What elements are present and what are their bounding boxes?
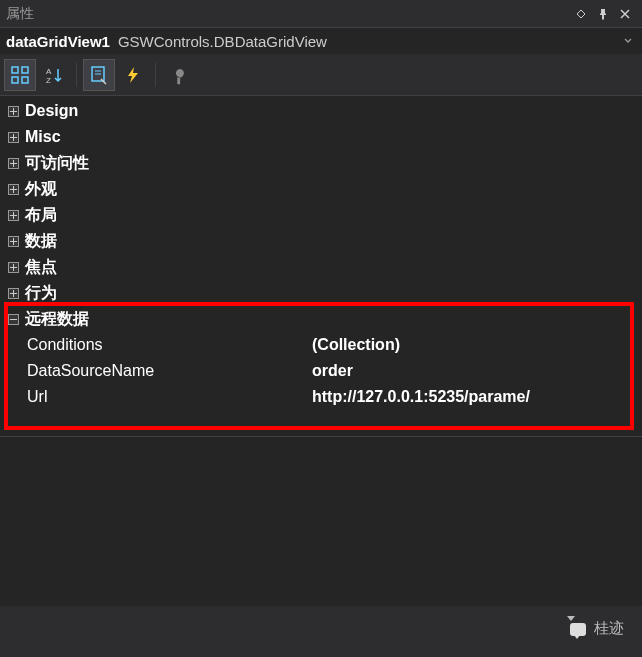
category-focus[interactable]: 焦点 <box>0 254 642 280</box>
toolbar-separator <box>76 63 77 87</box>
category-label: 布局 <box>25 205 57 226</box>
category-data[interactable]: 数据 <box>0 228 642 254</box>
toolbar-separator <box>155 63 156 87</box>
svg-rect-0 <box>12 67 18 73</box>
panel-title: 属性 <box>6 5 570 23</box>
svg-text:Z: Z <box>46 76 51 85</box>
property-row-datasourcename[interactable]: DataSourceName order <box>0 358 642 384</box>
expand-icon[interactable] <box>8 184 19 195</box>
chevron-down-icon[interactable] <box>620 38 636 44</box>
property-name: Url <box>27 388 312 406</box>
category-behavior[interactable]: 行为 <box>0 280 642 306</box>
category-label: Misc <box>25 128 61 146</box>
expand-icon[interactable] <box>8 262 19 273</box>
properties-button[interactable] <box>83 59 115 91</box>
property-row-conditions[interactable]: Conditions (Collection) <box>0 332 642 358</box>
property-name: Conditions <box>27 336 312 354</box>
watermark: 桂迹 <box>562 617 624 639</box>
property-value[interactable]: http://127.0.0.1:5235/parame/ <box>312 388 642 406</box>
description-pane <box>0 436 642 606</box>
category-label: 焦点 <box>25 257 57 278</box>
category-label: Design <box>25 102 78 120</box>
control-selector[interactable]: dataGridView1 GSWControls.DBDataGridView <box>0 28 642 54</box>
category-label: 行为 <box>25 283 57 304</box>
category-accessibility[interactable]: 可访问性 <box>0 150 642 176</box>
svg-rect-2 <box>12 77 18 83</box>
property-name: DataSourceName <box>27 362 312 380</box>
events-button[interactable] <box>117 59 149 91</box>
pin-icon[interactable] <box>592 3 614 25</box>
category-label: 外观 <box>25 179 57 200</box>
category-layout[interactable]: 布局 <box>0 202 642 228</box>
svg-rect-3 <box>22 77 28 83</box>
categorized-view-button[interactable] <box>4 59 36 91</box>
expand-icon[interactable] <box>8 106 19 117</box>
chat-icon <box>562 617 588 639</box>
watermark-label: 桂迹 <box>594 619 624 638</box>
properties-toolbar: AZ <box>0 54 642 96</box>
category-design[interactable]: Design <box>0 98 642 124</box>
category-label: 远程数据 <box>25 309 89 330</box>
category-appearance[interactable]: 外观 <box>0 176 642 202</box>
property-grid: Design Misc 可访问性 外观 布局 数据 焦点 行为 远程数据 Con… <box>0 96 642 436</box>
category-label: 数据 <box>25 231 57 252</box>
svg-text:A: A <box>46 67 52 76</box>
property-pages-button[interactable] <box>162 59 194 91</box>
category-label: 可访问性 <box>25 153 89 174</box>
window-options-icon[interactable] <box>570 3 592 25</box>
selected-control-name: dataGridView1 <box>6 33 110 50</box>
selected-control-type: GSWControls.DBDataGridView <box>118 33 620 50</box>
close-icon[interactable] <box>614 3 636 25</box>
property-row-url[interactable]: Url http://127.0.0.1:5235/parame/ <box>0 384 642 410</box>
svg-rect-1 <box>22 67 28 73</box>
expand-icon[interactable] <box>8 236 19 247</box>
alphabetical-view-button[interactable]: AZ <box>38 59 70 91</box>
collapse-icon[interactable] <box>8 314 19 325</box>
category-misc[interactable]: Misc <box>0 124 642 150</box>
property-value[interactable]: (Collection) <box>312 336 642 354</box>
property-value[interactable]: order <box>312 362 642 380</box>
expand-icon[interactable] <box>8 132 19 143</box>
category-remote-data[interactable]: 远程数据 <box>0 306 642 332</box>
expand-icon[interactable] <box>8 210 19 221</box>
expand-icon[interactable] <box>8 288 19 299</box>
expand-icon[interactable] <box>8 158 19 169</box>
